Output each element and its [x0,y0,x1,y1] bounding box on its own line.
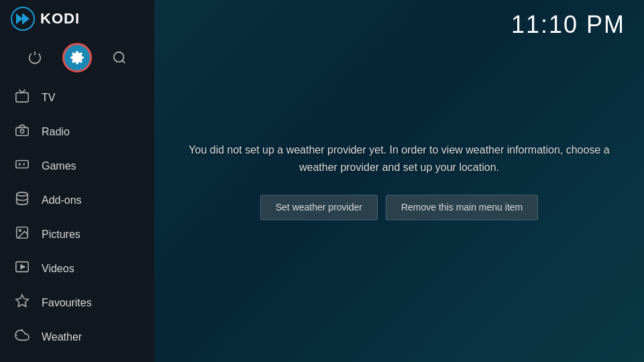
sidebar-label-favourites: Favourites [42,297,92,309]
sidebar-item-games[interactable]: Games [0,149,154,183]
settings-button[interactable] [62,43,92,72]
sidebar-label-videos: Videos [42,263,74,275]
search-button[interactable] [105,43,134,72]
pictures-icon [13,225,31,243]
weather-message: You did not set up a weather provider ye… [171,141,627,176]
power-icon [28,50,42,65]
svg-point-11 [19,229,21,231]
svg-point-9 [17,192,28,196]
svg-rect-5 [16,93,28,102]
settings-icon [70,50,85,65]
search-icon [112,50,127,65]
videos-icon [13,259,31,278]
sidebar-item-weather[interactable]: Weather [0,320,154,354]
svg-marker-13 [21,265,25,269]
app-title: KODI [40,10,80,27]
main-content: 11:10 PM You did not set up a weather pr… [154,0,644,362]
sidebar-label-pictures: Pictures [42,229,80,241]
svg-marker-2 [23,13,30,24]
sidebar-label-radio: Radio [42,126,70,138]
clock-display: 11:10 PM [511,11,625,39]
sidebar: KODI [0,0,154,362]
sidebar-label-tv: TV [42,92,55,104]
sidebar-header: KODI [0,0,154,38]
radio-icon [13,123,31,141]
sidebar-item-tv[interactable]: TV [0,80,154,115]
games-icon [13,157,31,175]
set-weather-provider-button[interactable]: Set weather provider [260,195,378,221]
weather-panel: You did not set up a weather provider ye… [171,141,627,220]
power-button[interactable] [20,43,50,72]
weather-icon [13,328,31,346]
sidebar-label-weather: Weather [42,331,82,343]
star-icon [13,294,31,312]
addons-icon [13,191,31,209]
sidebar-item-favourites[interactable]: Favourites [0,286,154,320]
sidebar-item-addons[interactable]: Add-ons [0,183,154,217]
weather-buttons: Set weather provider Remove this main me… [171,195,627,221]
sidebar-item-videos[interactable]: Videos [0,251,154,286]
svg-point-4 [114,52,124,62]
svg-rect-6 [16,127,28,135]
remove-menu-item-button[interactable]: Remove this main menu item [386,195,538,221]
svg-rect-8 [16,161,28,168]
sidebar-item-radio[interactable]: Radio [0,115,154,149]
svg-point-7 [20,129,24,133]
svg-marker-1 [16,13,23,24]
sidebar-nav: TV Radio Games [0,80,154,354]
kodi-logo-icon [11,7,35,31]
svg-marker-14 [16,295,28,306]
sidebar-icon-row [0,38,154,78]
sidebar-item-pictures[interactable]: Pictures [0,217,154,251]
tv-icon [13,88,31,107]
sidebar-label-games: Games [42,160,76,172]
sidebar-label-addons: Add-ons [42,194,82,206]
